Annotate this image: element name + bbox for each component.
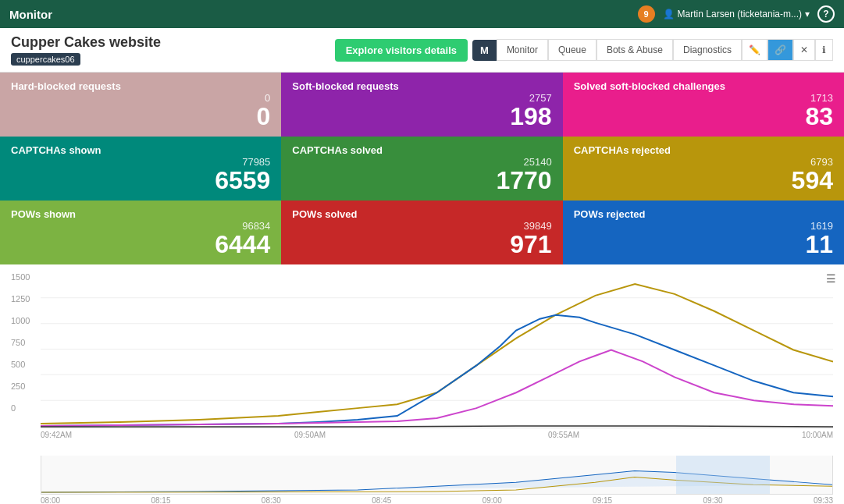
stat-card: POWs rejected 1619 11: [563, 201, 844, 264]
sub-header: Cupper Cakes website cuppercakes06 Explo…: [0, 28, 844, 73]
stat-label: POWs shown: [11, 208, 270, 220]
site-title: Cupper Cakes website: [11, 34, 161, 51]
y-axis-label: 1500: [11, 272, 38, 282]
stat-numbers: 25140 1770: [292, 156, 551, 193]
tab-diagnostics[interactable]: Diagnostics: [673, 39, 742, 61]
top-bar-right: 9 👤 Martin Larsen (ticketania-m...) ▾ ?: [638, 5, 835, 23]
edit-icon-btn[interactable]: ✏️: [742, 39, 767, 61]
tab-monitor-m[interactable]: M: [472, 40, 497, 61]
mini-x-labels: 08:0008:1508:3008:4509:0009:1509:3009:33: [41, 495, 833, 504]
stat-card: POWs solved 39849 971: [281, 201, 562, 264]
stat-large-value: 198: [292, 104, 551, 129]
stat-numbers: 0 0: [11, 92, 270, 129]
stat-small-value: 77985: [11, 156, 270, 168]
main-chart: 1500125010007505002500: [11, 272, 833, 428]
tab-queue[interactable]: Queue: [548, 39, 596, 61]
y-axis-label: 500: [11, 360, 38, 369]
close-icon-btn[interactable]: ✕: [793, 39, 815, 61]
explore-visitors-button[interactable]: Explore visitors details: [335, 39, 468, 62]
stat-large-value: 6444: [11, 232, 270, 257]
chart-container: ☰ 1500125010007505002500 09:42AM09:50A: [0, 264, 844, 504]
x-axis-label: 10:00AM: [802, 431, 833, 439]
stat-numbers: 39849 971: [292, 220, 551, 257]
y-axis-label: 750: [11, 338, 38, 347]
stat-label: POWs solved: [292, 208, 551, 220]
tab-monitor[interactable]: Monitor: [497, 39, 548, 61]
stat-label: Hard-blocked requests: [11, 80, 270, 92]
notification-badge[interactable]: 9: [638, 5, 655, 23]
user-menu[interactable]: 👤 Martin Larsen (ticketania-m...) ▾: [663, 9, 810, 20]
stat-numbers: 6793 594: [574, 156, 833, 193]
mini-x-axis-label: 08:15: [151, 496, 170, 504]
stat-small-value: 39849: [292, 220, 551, 232]
stat-large-value: 0: [11, 104, 270, 129]
info-icon-btn[interactable]: ℹ: [815, 39, 833, 61]
mini-x-axis-label: 09:15: [593, 496, 612, 504]
stat-label: POWs rejected: [574, 208, 833, 220]
stat-small-value: 1713: [574, 92, 833, 104]
top-bar: Monitor 9 👤 Martin Larsen (ticketania-m.…: [0, 0, 844, 28]
chevron-down-icon: ▾: [805, 9, 810, 20]
stat-large-value: 6559: [11, 168, 270, 193]
x-axis-label: 09:55AM: [548, 431, 579, 439]
stat-card: CAPTCHAs solved 25140 1770: [281, 137, 562, 201]
stat-numbers: 77985 6559: [11, 156, 270, 193]
link-icon-btn[interactable]: 🔗: [767, 39, 793, 61]
chart-svg-area: [41, 272, 833, 428]
mini-chart-wrapper: [11, 444, 833, 495]
help-button[interactable]: ?: [817, 5, 835, 23]
stat-numbers: 1619 11: [574, 220, 833, 257]
y-axis-label: 250: [11, 382, 38, 391]
mini-x-axis-label: 08:00: [41, 496, 60, 504]
stat-label: CAPTCHAs solved: [292, 144, 551, 156]
tab-bots-abuse[interactable]: Bots & Abuse: [596, 39, 673, 61]
mini-x-axis-label: 08:45: [372, 496, 391, 504]
stat-small-value: 2757: [292, 92, 551, 104]
stat-small-value: 0: [11, 92, 270, 104]
stat-numbers: 1713 83: [574, 92, 833, 129]
stat-small-value: 96834: [11, 220, 270, 232]
y-axis-label: 0: [11, 403, 38, 413]
stat-large-value: 83: [574, 104, 833, 129]
stat-large-value: 11: [574, 232, 833, 257]
app-title: Monitor: [9, 8, 52, 21]
stat-small-value: 25140: [292, 156, 551, 168]
stat-numbers: 2757 198: [292, 92, 551, 129]
y-axis-label: 1000: [11, 316, 38, 325]
stat-small-value: 6793: [574, 156, 833, 168]
sub-header-actions: Explore visitors details M Monitor Queue…: [335, 39, 833, 62]
stat-label: CAPTCHAs rejected: [574, 144, 833, 156]
mini-x-axis-label: 09:00: [483, 496, 502, 504]
chart-x-labels: 09:42AM09:50AM09:55AM10:00AM: [41, 428, 833, 439]
mini-x-axis-label: 08:30: [262, 496, 281, 504]
stat-large-value: 971: [292, 232, 551, 257]
site-tag: cuppercakes06: [11, 53, 80, 66]
user-icon: 👤: [663, 9, 675, 20]
mini-x-axis-label: 09:30: [703, 496, 723, 504]
stat-label: CAPTCHAs shown: [11, 144, 270, 156]
stat-large-value: 594: [574, 168, 833, 193]
stat-card: CAPTCHAs rejected 6793 594: [563, 137, 844, 201]
stat-card: CAPTCHAs shown 77985 6559: [0, 137, 281, 201]
stat-card: Hard-blocked requests 0 0: [0, 73, 281, 137]
chart-svg: [41, 272, 833, 428]
stat-card: Soft-blocked requests 2757 198: [281, 73, 562, 137]
stat-large-value: 1770: [292, 168, 551, 193]
x-axis-label: 09:50AM: [294, 431, 326, 439]
y-axis-label: 1250: [11, 294, 38, 303]
mini-chart[interactable]: [41, 456, 833, 495]
stat-label: Solved soft-blocked challenges: [574, 80, 833, 92]
mini-highlight: [676, 456, 770, 494]
x-axis-label: 09:42AM: [41, 431, 72, 439]
site-info: Cupper Cakes website cuppercakes06: [11, 34, 161, 66]
stat-numbers: 96834 6444: [11, 220, 270, 257]
chart-y-labels: 1500125010007505002500: [11, 272, 38, 413]
stat-card: Solved soft-blocked challenges 1713 83: [563, 73, 844, 137]
monitor-tabs: M Monitor Queue Bots & Abuse Diagnostics…: [472, 39, 833, 61]
user-name: Martin Larsen (ticketania-m...): [678, 9, 802, 20]
mini-x-axis-label: 09:33: [814, 496, 833, 504]
stat-small-value: 1619: [574, 220, 833, 232]
stat-card: POWs shown 96834 6444: [0, 201, 281, 264]
stat-label: Soft-blocked requests: [292, 80, 551, 92]
stats-grid: Hard-blocked requests 0 0 Soft-blocked r…: [0, 73, 844, 264]
